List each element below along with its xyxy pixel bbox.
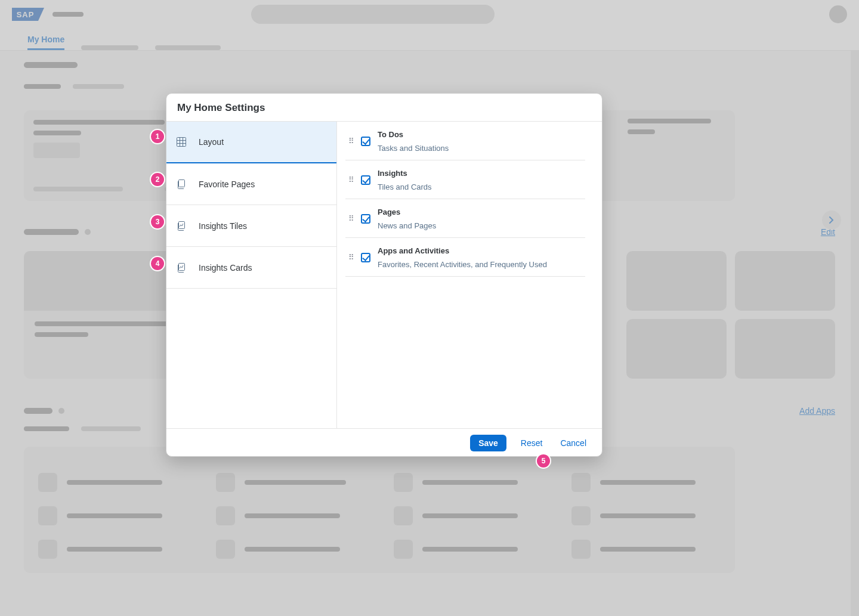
settings-category-favorite-pages[interactable]: Favorite Pages bbox=[166, 163, 336, 205]
settings-category-label: Insights Tiles bbox=[199, 221, 247, 231]
layout-section-desc: Favorites, Recent Activities, and Freque… bbox=[378, 260, 547, 269]
tiles-icon bbox=[176, 221, 187, 231]
layout-section-todos: ⠿ To Dos Tasks and Situations bbox=[345, 122, 585, 160]
checkbox-checked[interactable] bbox=[361, 214, 370, 224]
cards-icon bbox=[176, 262, 187, 273]
layout-section-desc: News and Pages bbox=[378, 221, 436, 230]
layout-section-title: Apps and Activities bbox=[378, 246, 547, 255]
my-home-settings-dialog: My Home Settings Layout Favorite Pages I… bbox=[166, 93, 602, 457]
checkbox-checked[interactable] bbox=[361, 253, 370, 262]
layout-section-insights: ⠿ Insights Tiles and Cards bbox=[345, 160, 585, 199]
svg-rect-0 bbox=[177, 138, 186, 147]
layout-section-desc: Tiles and Cards bbox=[378, 182, 432, 191]
dialog-footer: Save Reset Cancel bbox=[166, 428, 602, 456]
hotspot-3[interactable]: 3 bbox=[151, 215, 164, 228]
settings-category-insights-tiles[interactable]: Insights Tiles bbox=[166, 205, 336, 247]
layout-section-apps-activities: ⠿ Apps and Activities Favorites, Recent … bbox=[345, 238, 585, 277]
svg-rect-6 bbox=[179, 221, 185, 228]
settings-category-label: Favorite Pages bbox=[199, 179, 255, 189]
hotspot-1[interactable]: 1 bbox=[151, 130, 164, 143]
grid-icon bbox=[176, 137, 187, 147]
drag-handle-icon[interactable]: ⠿ bbox=[348, 217, 354, 221]
settings-category-insights-cards[interactable]: Insights Cards bbox=[166, 247, 336, 289]
hotspot-2[interactable]: 2 bbox=[151, 173, 164, 186]
settings-categories-list: Layout Favorite Pages Insights Tiles Ins… bbox=[166, 122, 337, 428]
hotspot-5[interactable]: 5 bbox=[537, 454, 550, 468]
settings-category-layout[interactable]: Layout bbox=[166, 122, 336, 163]
drag-handle-icon[interactable]: ⠿ bbox=[348, 140, 354, 143]
layout-sections-list: ⠿ To Dos Tasks and Situations ⠿ Insights… bbox=[337, 122, 602, 428]
drag-handle-icon[interactable]: ⠿ bbox=[348, 256, 354, 259]
svg-rect-7 bbox=[179, 263, 185, 270]
cancel-button[interactable]: Cancel bbox=[557, 435, 590, 451]
dialog-title: My Home Settings bbox=[166, 94, 602, 122]
layout-section-desc: Tasks and Situations bbox=[378, 144, 449, 153]
layout-section-title: Insights bbox=[378, 169, 432, 178]
layout-section-title: Pages bbox=[378, 208, 436, 216]
svg-rect-5 bbox=[179, 179, 185, 187]
drag-handle-icon[interactable]: ⠿ bbox=[348, 178, 354, 182]
reset-button[interactable]: Reset bbox=[517, 435, 546, 451]
layout-section-pages: ⠿ Pages News and Pages bbox=[345, 199, 585, 238]
layout-section-title: To Dos bbox=[378, 130, 449, 139]
save-button[interactable]: Save bbox=[470, 435, 506, 451]
checkbox-checked[interactable] bbox=[361, 175, 370, 185]
checkbox-checked[interactable] bbox=[361, 137, 370, 146]
hotspot-4[interactable]: 4 bbox=[151, 257, 164, 270]
settings-category-label: Layout bbox=[199, 137, 224, 147]
dialog-body: Layout Favorite Pages Insights Tiles Ins… bbox=[166, 122, 602, 428]
pages-icon bbox=[176, 179, 187, 190]
settings-category-label: Insights Cards bbox=[199, 263, 252, 273]
